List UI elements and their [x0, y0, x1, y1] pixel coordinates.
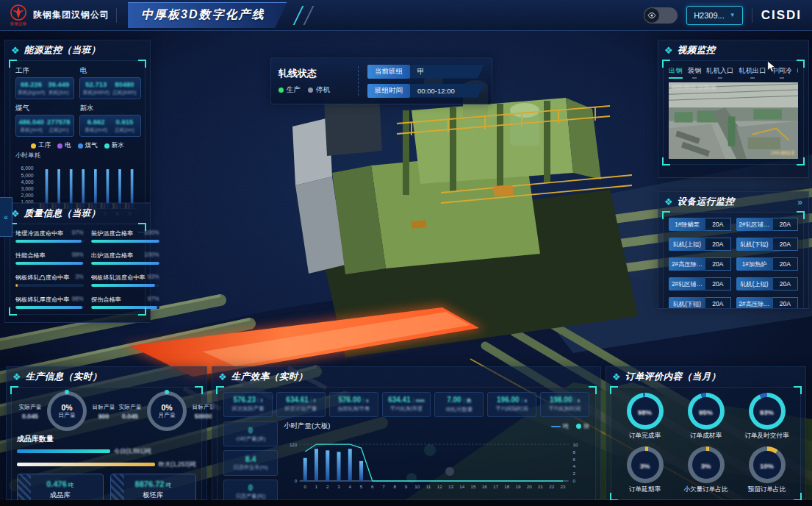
- progress-track: [15, 306, 84, 309]
- inventory-bar: [17, 463, 155, 466]
- order-gauge-label: 订单延期率: [629, 485, 661, 494]
- svg-text:18: 18: [504, 484, 509, 489]
- status-legend: 生产 停机: [279, 85, 349, 95]
- progress-track: [15, 262, 84, 265]
- panel-production-info: ❖ 生产信息（实时） 实际产量 0.045 0% 日产量 目标产量 900: [6, 366, 207, 500]
- status-chip-label: 班组时间: [367, 84, 410, 98]
- quality-percent: 3%: [75, 274, 84, 282]
- equipment-current: 20A: [773, 257, 799, 271]
- efficiency-stat-card: 634.41mm 平均轧制厚度: [382, 392, 431, 417]
- quality-percent: 99%: [72, 252, 84, 260]
- svg-text:4: 4: [573, 463, 576, 468]
- inventory-bars: 今日(1,891)吨 昨天(1,253)吨: [17, 447, 196, 468]
- warehouse-value: 0.476: [46, 480, 67, 488]
- production-gauge-group: 实际产量 0.045 0% 日产量 目标产量 900: [17, 391, 117, 431]
- video-tab[interactable]: 装钢: [688, 66, 702, 79]
- svg-text:17: 17: [493, 484, 498, 489]
- order-gauge: 10% 预留订单占比: [748, 446, 786, 494]
- energy-card: 新水 6.662 单耗(m³/t) 0.915 总耗(m³): [79, 104, 140, 137]
- legend-swatch: [57, 143, 62, 149]
- order-gauge-grid: 98% 订单完成率 95% 订单成材率 93% 订单及时交付率: [617, 393, 795, 494]
- equipment-current: 20A: [773, 277, 799, 291]
- equipment-readout: 2#轧区辅… 20A: [736, 218, 799, 231]
- svg-text:16: 16: [482, 484, 487, 489]
- collapse-left-tab[interactable]: «: [0, 197, 12, 237]
- inventory-bar: [17, 449, 110, 453]
- progress-fill: [91, 306, 157, 309]
- svg-text:8: 8: [573, 449, 576, 455]
- order-gauge: 3% 订单延期率: [627, 446, 664, 494]
- svg-text:10: 10: [414, 484, 420, 489]
- stat-value: 634.41: [388, 396, 411, 404]
- diamond-icon: ❖: [218, 372, 227, 382]
- energy-card-title: 煤气: [15, 104, 74, 113]
- collapse-right-icon[interactable]: »: [797, 197, 802, 207]
- status-chip-value: 甲: [410, 65, 484, 79]
- target-output-label: 目标产量: [92, 403, 115, 411]
- progress-track: [91, 240, 159, 243]
- top-header: 陕钢汉钢 陕钢集团汉钢公司 中厚板3D数字化产线 H2309... ▼ CISD…: [0, 0, 812, 31]
- equipment-readout: 2#轧区辅… 20A: [669, 277, 731, 291]
- stat-unit: 块: [464, 398, 472, 403]
- diamond-icon: ❖: [12, 372, 21, 382]
- equipment-grid: 1#除鳞泵 20A 2#轧区辅… 20A 轧机(上辊) 20A 轧机(下辊) 2…: [669, 218, 798, 309]
- legend-item: 工序: [31, 141, 51, 150]
- visibility-toggle[interactable]: [644, 7, 678, 24]
- actual-output-label: 实际产量: [118, 403, 141, 411]
- equipment-name: 轧机(上辊): [669, 238, 705, 251]
- quality-percent: 100%: [144, 229, 159, 238]
- legend-swatch: [551, 426, 561, 427]
- quality-item: 钢板终轧厚度命中率 98%: [15, 296, 84, 309]
- video-tab[interactable]: 轧机入口: [706, 66, 733, 79]
- quality-percent: 98%: [72, 296, 84, 304]
- svg-text:4: 4: [349, 484, 352, 489]
- stat-unit: t: [258, 398, 262, 403]
- svg-text:0: 0: [304, 484, 307, 489]
- video-feed[interactable]: 2023-09-01 12:00:00 1#出钢辊道: [669, 82, 798, 159]
- progress-track: [15, 240, 84, 243]
- video-tab[interactable]: 电磁感…: [797, 66, 798, 79]
- quality-percent: 100%: [144, 252, 159, 260]
- target-output-value: 900: [98, 413, 109, 420]
- stat-label: 班次实际产量: [226, 405, 270, 413]
- svg-text:13: 13: [448, 484, 453, 489]
- energy-value-label: 累耗(tce): [48, 89, 69, 96]
- energy-legend: 工序 电 煤气 新水: [15, 141, 140, 150]
- video-tab[interactable]: 中间冷: [772, 66, 792, 79]
- status-chip-value: 00:00-12:00: [410, 84, 484, 98]
- quality-item: 钢板终轧温度命中率 93%: [91, 274, 159, 287]
- svg-text:0: 0: [295, 478, 298, 483]
- efficiency-stats: 576.23t 班次实际产量 634.61t 班次计划产量 576.00s 当前…: [223, 392, 589, 417]
- diamond-icon: ❖: [664, 46, 673, 55]
- stat-unit: s: [574, 398, 580, 403]
- status-dot-icon: [308, 88, 313, 93]
- energy-card-grid: 工序 68.226 单耗(kgce/t) 39.449 累耗(tce) 电 52…: [15, 66, 140, 137]
- side-stat-value: 0: [248, 426, 253, 435]
- gauge-name: 日产量: [58, 413, 75, 419]
- equipment-current: 20A: [705, 218, 731, 231]
- svg-text:23: 23: [561, 484, 566, 489]
- equipment-readout: 2#高压除… 20A: [669, 257, 731, 271]
- equipment-current: 20A: [705, 297, 731, 309]
- quality-label: 出炉温度合格率: [91, 252, 133, 260]
- equipment-name: 2#轧区辅…: [736, 218, 773, 231]
- energy-value-label: 单耗(m³/t): [85, 126, 107, 134]
- gauge-dot-icon: [165, 390, 169, 394]
- quality-item: 性能合格率 99%: [15, 252, 84, 265]
- company-logo-subtext: 陕钢汉钢: [10, 21, 26, 26]
- panel-title: 设备运行监控: [678, 196, 735, 208]
- video-tab[interactable]: 出钢: [669, 66, 683, 79]
- status-legend-label: 生产: [287, 85, 301, 95]
- panel-quality-info: ❖ 质量信息（当班） 堆缓冷温度命中率 97% 装炉温度合格率 100%: [4, 203, 151, 323]
- energy-card-title: 电: [79, 66, 140, 76]
- heat-number-select[interactable]: H2309... ▼: [686, 6, 743, 25]
- header-divider: [116, 8, 117, 23]
- warehouse-name: 成品库: [21, 491, 100, 500]
- order-gauge-value: 98%: [638, 408, 652, 416]
- svg-text:2: 2: [326, 484, 329, 489]
- video-tab[interactable]: 轧机出口: [739, 66, 766, 79]
- stat-unit: t: [311, 398, 315, 403]
- side-stat-card: 8.4 日历作业率(%): [223, 450, 278, 475]
- svg-text:6: 6: [371, 484, 374, 489]
- stat-value: 634.61: [286, 396, 309, 404]
